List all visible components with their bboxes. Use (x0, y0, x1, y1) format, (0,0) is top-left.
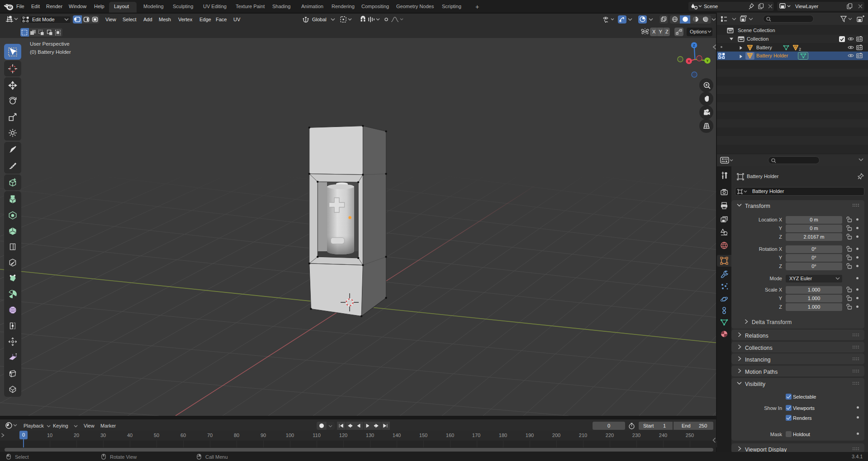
svg-text:Z: Z (693, 43, 695, 47)
svg-text:Y: Y (706, 59, 709, 63)
svg-text:X: X (688, 59, 690, 63)
